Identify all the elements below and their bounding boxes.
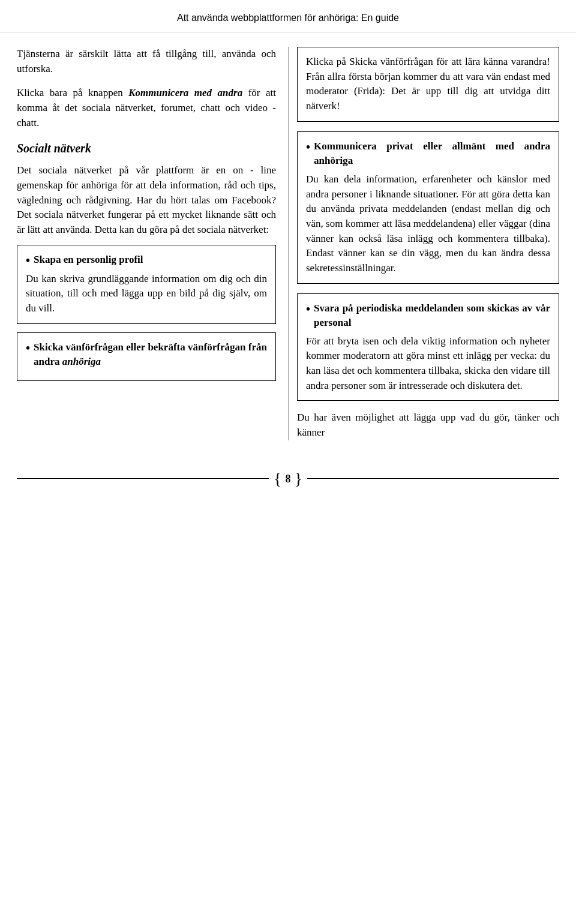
intro-para2-part1: Klicka bara på knappen [17,87,128,98]
footer-page-number: { 8 } [269,470,307,487]
section-heading: Socialt nätverk [17,140,276,157]
bottom-text: Du har även möjlighet att lägga upp vad … [297,410,559,440]
box1-heading: Skapa en personlig profil [26,253,267,268]
box1-heading-text: Skapa en personlig profil [34,253,267,268]
box2-heading-text: Skicka vänförfrågan eller bekräfta vänfö… [34,340,267,370]
top-box: Klicka på Skicka vänförfrågan för att lä… [297,47,559,122]
page-header: Att använda webbplattformen för anhöriga… [0,0,576,32]
box-skapa-profil: Skapa en personlig profil Du kan skriva … [17,245,276,324]
left-brace: { [274,470,281,487]
box2-heading-italic: anhöriga [62,356,101,367]
footer-line-left [17,478,269,479]
kommunicera-heading-text: Kommunicera privat eller allmänt med and… [314,139,550,169]
top-box-text: Klicka på Skicka vänförfrågan för att lä… [306,55,550,114]
footer-line-right [307,478,559,479]
page-footer: { 8 } [0,452,576,499]
svara-box: Svara på periodiska meddelanden som skic… [297,293,559,401]
page-content: Tjänsterna är särskilt lätta att få till… [0,32,576,440]
intro-para2-bold: Kommunicera med andra [128,87,242,98]
right-brace: } [295,470,302,487]
svara-heading: Svara på periodiska meddelanden som skic… [306,301,550,331]
svara-heading-text: Svara på periodiska meddelanden som skic… [314,301,550,331]
svara-body: För att bryta isen och dela viktig infor… [306,334,550,394]
box2-heading: Skicka vänförfrågan eller bekräfta vänfö… [26,340,267,370]
kommunicera-body: Du kan dela information, erfarenheter oc… [306,172,550,275]
intro-para2: Klicka bara på knappen Kommunicera med a… [17,86,276,130]
left-column: Tjänsterna är särskilt lätta att få till… [17,47,288,440]
intro-para1: Tjänsterna är särskilt lätta att få till… [17,47,276,76]
box-skicka-vanforfrågan: Skicka vänförfrågan eller bekräfta vänfö… [17,332,276,381]
box1-body: Du kan skriva grundläggande information … [26,272,267,316]
right-column: Klicka på Skicka vänförfrågan för att lä… [288,47,559,440]
page-number: 8 [282,471,295,487]
header-title: Att använda webbplattformen för anhöriga… [177,13,399,23]
kommunicera-heading: Kommunicera privat eller allmänt med and… [306,139,550,169]
kommunicera-box: Kommunicera privat eller allmänt med and… [297,131,559,284]
section-para1: Det sociala nätverket på vår plattform ä… [17,163,276,237]
